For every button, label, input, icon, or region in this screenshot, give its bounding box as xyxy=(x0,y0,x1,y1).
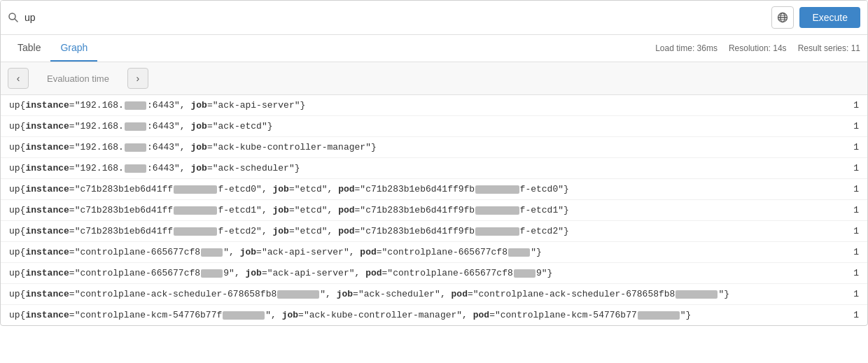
execute-button[interactable]: Execute xyxy=(799,7,860,28)
row-value: 1 xyxy=(845,310,859,320)
row-value: 1 xyxy=(845,289,859,299)
row-label: up{instance="192.168. :6443", job="ack-a… xyxy=(9,100,845,111)
row-label: up{instance="controlplane-665677cf8 ", j… xyxy=(9,247,845,257)
table-row: up{instance="c71b283b1eb6d41ff f-etcd1",… xyxy=(1,200,867,221)
table-row: up{instance="192.168. :6443", job="ack-s… xyxy=(1,158,867,179)
row-label: up{instance="192.168. :6443", job="ack-s… xyxy=(9,163,845,173)
svg-line-1 xyxy=(15,19,18,22)
result-series: Result series: 11 xyxy=(798,43,860,53)
row-value: 1 xyxy=(845,142,859,152)
data-table: up{instance="192.168. :6443", job="ack-a… xyxy=(1,95,867,325)
tab-graph[interactable]: Graph xyxy=(50,35,97,62)
row-value: 1 xyxy=(845,163,859,173)
row-label: up{instance="c71b283b1eb6d41ff f-etcd0",… xyxy=(9,184,845,194)
table-row: up{instance="controlplane-ack-scheduler-… xyxy=(1,284,867,305)
row-value: 1 xyxy=(845,268,859,278)
row-label: up{instance="controlplane-kcm-54776b77f … xyxy=(9,310,845,320)
table-row: up{instance="controlplane-kcm-54776b77f … xyxy=(1,305,867,325)
table-row: up{instance="192.168. :6443", job="ack-k… xyxy=(1,137,867,158)
row-label: up{instance="c71b283b1eb6d41ff f-etcd1",… xyxy=(9,205,845,215)
load-time: Load time: 36ms xyxy=(655,43,718,53)
row-value: 1 xyxy=(845,100,859,111)
table-row: up{instance="c71b283b1eb6d41ff f-etcd0",… xyxy=(1,179,867,200)
row-label: up{instance="192.168. :6443", job="ack-e… xyxy=(9,121,845,131)
search-icon xyxy=(8,12,19,23)
search-input[interactable] xyxy=(24,12,766,23)
resolution: Resolution: 14s xyxy=(729,43,787,53)
row-value: 1 xyxy=(845,121,859,131)
search-bar: Execute xyxy=(1,1,867,35)
tabs-row: Table Graph Load time: 36ms Resolution: … xyxy=(1,35,867,62)
row-label: up{instance="controlplane-ack-scheduler-… xyxy=(9,289,845,299)
row-value: 1 xyxy=(845,226,859,236)
tab-table[interactable]: Table xyxy=(8,35,50,62)
next-button[interactable]: › xyxy=(127,68,148,89)
table-row: up{instance="192.168. :6443", job="ack-a… xyxy=(1,95,867,116)
table-row: up{instance="c71b283b1eb6d41ff f-etcd2",… xyxy=(1,221,867,242)
meta-info: Load time: 36ms Resolution: 14s Result s… xyxy=(655,43,860,53)
row-value: 1 xyxy=(845,247,859,257)
row-label: up{instance="controlplane-665677cf8 9", … xyxy=(9,268,845,278)
row-label: up{instance="192.168. :6443", job="ack-k… xyxy=(9,142,845,152)
table-row: up{instance="controlplane-665677cf8 ", j… xyxy=(1,242,867,263)
row-value: 1 xyxy=(845,205,859,215)
row-value: 1 xyxy=(845,184,859,194)
eval-label: Evaluation time xyxy=(33,73,123,84)
table-row: up{instance="controlplane-665677cf8 9", … xyxy=(1,263,867,284)
row-label: up{instance="c71b283b1eb6d41ff f-etcd2",… xyxy=(9,226,845,236)
globe-button[interactable] xyxy=(771,6,794,29)
eval-row: ‹ Evaluation time › xyxy=(1,62,867,95)
table-row: up{instance="192.168. :6443", job="ack-e… xyxy=(1,116,867,137)
tabs: Table Graph xyxy=(8,35,97,62)
prev-button[interactable]: ‹ xyxy=(8,68,29,89)
